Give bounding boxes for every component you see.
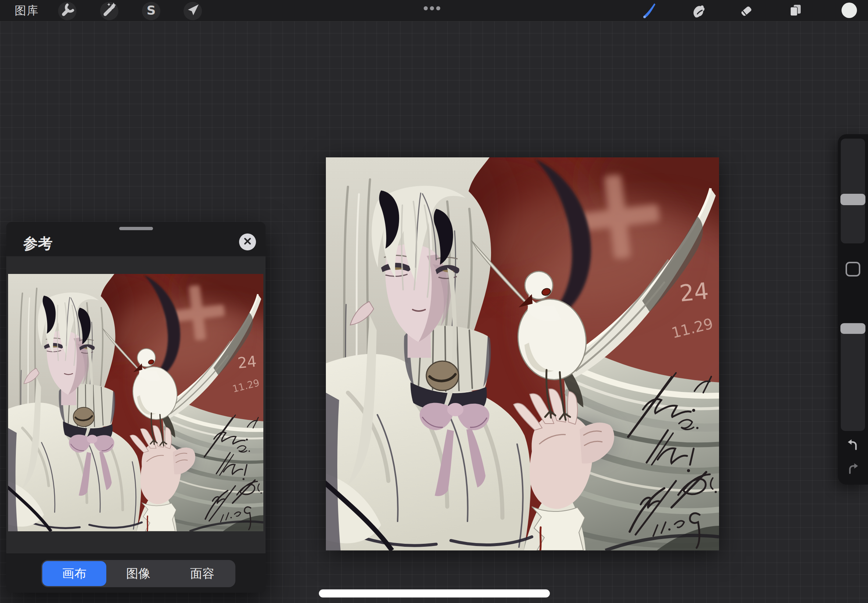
home-indicator[interactable] bbox=[319, 589, 550, 597]
erase-tool-button[interactable] bbox=[737, 2, 755, 20]
wrench-icon bbox=[59, 2, 76, 20]
transform-button[interactable] bbox=[184, 2, 202, 20]
brush-size-slider[interactable] bbox=[841, 139, 865, 243]
modify-button[interactable] bbox=[846, 262, 860, 277]
magic-wand-icon bbox=[101, 2, 118, 20]
smudge-tool-button[interactable] bbox=[688, 2, 707, 20]
ellipsis-dot bbox=[424, 6, 428, 10]
brush-sidebar bbox=[838, 134, 868, 485]
gallery-button[interactable]: 图库 bbox=[15, 3, 39, 19]
reference-tab-bar: 画布 图像 面容 bbox=[41, 560, 235, 587]
svg-text:S: S bbox=[147, 3, 156, 18]
reference-panel-title: 参考 bbox=[23, 233, 53, 254]
ellipsis-dot bbox=[436, 6, 440, 10]
close-button[interactable] bbox=[239, 233, 256, 250]
reference-image-viewport[interactable] bbox=[6, 256, 266, 554]
undo-button[interactable] bbox=[845, 437, 861, 453]
adjustments-button[interactable] bbox=[100, 2, 118, 20]
close-icon bbox=[239, 233, 256, 251]
brush-opacity-handle[interactable] bbox=[840, 323, 865, 334]
layers-icon bbox=[787, 2, 805, 20]
transform-arrow-icon bbox=[184, 2, 201, 20]
reference-image bbox=[8, 274, 263, 531]
paint-tool-button[interactable] bbox=[640, 2, 658, 20]
selection-button[interactable]: S bbox=[142, 2, 160, 20]
actions-button[interactable] bbox=[58, 2, 76, 20]
brush-icon bbox=[640, 2, 658, 20]
redo-button[interactable] bbox=[845, 461, 861, 477]
drawing-canvas[interactable] bbox=[326, 158, 719, 550]
color-swatch-circle bbox=[840, 2, 858, 20]
layers-button[interactable] bbox=[786, 2, 805, 20]
color-button[interactable] bbox=[840, 2, 859, 20]
reference-panel: 参考 画布 图像 面容 bbox=[6, 222, 266, 593]
brush-opacity-slider[interactable] bbox=[841, 323, 865, 431]
redo-icon bbox=[845, 472, 861, 478]
brush-size-handle[interactable] bbox=[840, 194, 865, 205]
panel-drag-handle[interactable] bbox=[119, 227, 153, 230]
selection-s-icon: S bbox=[142, 2, 160, 20]
more-options-button[interactable] bbox=[424, 6, 440, 10]
eraser-icon bbox=[737, 2, 755, 20]
artwork-reference bbox=[8, 274, 263, 531]
undo-icon bbox=[845, 448, 861, 454]
tab-face[interactable]: 面容 bbox=[170, 561, 234, 586]
ellipsis-dot bbox=[430, 6, 434, 10]
tab-image[interactable]: 图像 bbox=[106, 561, 170, 586]
smudge-finger-icon bbox=[689, 2, 706, 20]
top-toolbar: 图库 S bbox=[0, 0, 868, 21]
artwork-main bbox=[326, 158, 719, 550]
tab-canvas[interactable]: 画布 bbox=[42, 561, 106, 586]
